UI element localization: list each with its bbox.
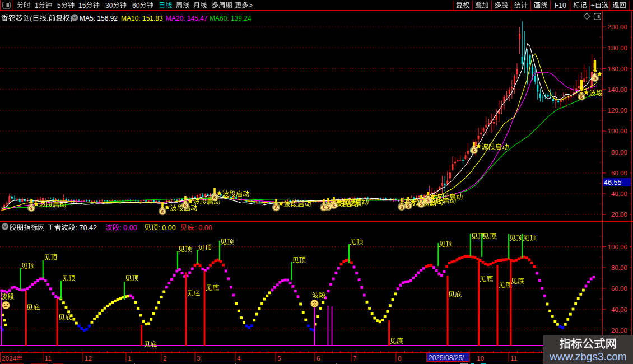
svg-text:46.55: 46.55 [604,179,622,186]
svg-text:1: 1 [35,2,39,10]
svg-text:140.00: 140.00 [608,86,627,93]
svg-text:40.00: 40.00 [611,306,627,313]
svg-text:: 70.42: : 70.42 [75,224,97,232]
svg-text:10: 10 [477,354,485,362]
svg-text:6: 6 [316,354,320,362]
svg-text:MA60: 139.24: MA60: 139.24 [210,15,252,22]
svg-text:3: 3 [197,354,201,362]
svg-text:40.00: 40.00 [611,190,627,197]
svg-text:100.00: 100.00 [608,243,627,250]
svg-text:11: 11 [510,354,517,362]
svg-text:2024: 2024 [2,354,17,362]
svg-text:60: 60 [132,2,140,10]
svg-text:100.00: 100.00 [608,127,627,134]
svg-text:(: ( [30,14,32,22]
svg-text:www.zbgs3.com: www.zbgs3.com [549,351,626,362]
svg-text:MA20: 145.47: MA20: 145.47 [166,15,208,22]
svg-text:60.00: 60.00 [611,284,627,292]
svg-text:MA5: 156.92: MA5: 156.92 [80,15,118,22]
svg-text:80.00: 80.00 [611,148,627,156]
svg-text:20.00: 20.00 [611,326,627,334]
svg-text:15: 15 [78,2,86,10]
svg-text:1: 1 [128,354,132,362]
svg-text:MA10: 151.83: MA10: 151.83 [121,15,163,22]
svg-text:120.00: 120.00 [608,106,627,114]
svg-text:5: 5 [57,2,61,10]
svg-text:2025/08/25/—: 2025/08/25/— [429,354,471,362]
svg-text:4: 4 [237,354,241,362]
svg-text:80.00: 80.00 [611,264,627,271]
svg-text:2: 2 [163,354,167,362]
svg-text:8: 8 [398,354,402,362]
svg-text:180.00: 180.00 [608,44,627,52]
svg-text:: 0.00: : 0.00 [158,224,176,232]
svg-text:60.00: 60.00 [611,169,627,176]
svg-text:12: 12 [85,354,92,362]
svg-text:>: > [249,2,253,10]
svg-text:20.00: 20.00 [611,211,627,218]
svg-text:.: . [46,14,49,22]
svg-text:+: + [591,2,595,10]
svg-text:F10: F10 [555,2,566,10]
svg-text:: 0.00: : 0.00 [119,224,137,232]
svg-text:200.00: 200.00 [608,23,627,30]
svg-text:11: 11 [45,354,52,362]
svg-text:: 0.00: : 0.00 [194,224,212,232]
svg-text:160.00: 160.00 [608,65,627,72]
svg-text:7: 7 [353,354,357,362]
svg-text:5: 5 [277,354,281,362]
svg-text:30: 30 [105,2,113,10]
